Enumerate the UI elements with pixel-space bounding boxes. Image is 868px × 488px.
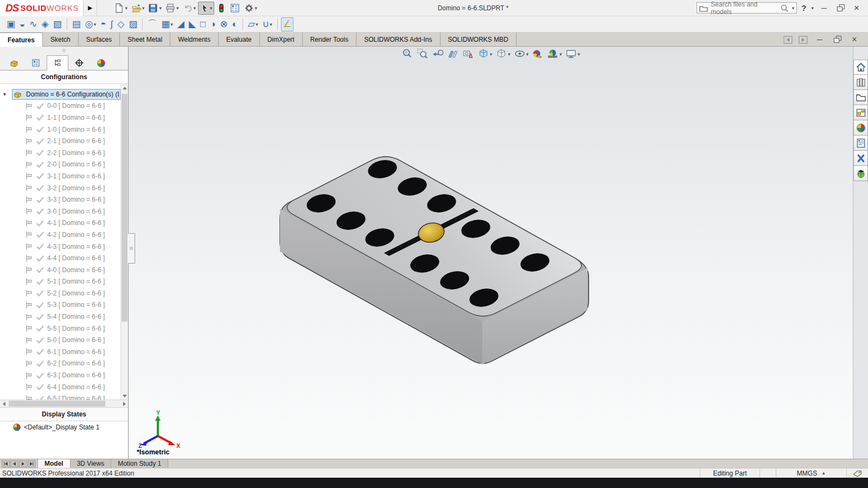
configuration-item[interactable]: 4-0 [ Domino = 6-6 ]: [0, 264, 120, 276]
tab-model[interactable]: Model: [37, 459, 71, 468]
configuration-item[interactable]: 6-5 [ Domino = 6-6 ]: [0, 393, 120, 400]
domino-model[interactable]: [129, 47, 853, 459]
save-button[interactable]: ▾: [146, 1, 163, 15]
expand-arrow-icon[interactable]: ▾: [3, 91, 12, 97]
scroll-up-arrow[interactable]: [121, 84, 129, 92]
scroll-left-arrow[interactable]: [0, 400, 8, 408]
curves-button[interactable]: ∪ ▾: [261, 17, 274, 31]
search-input[interactable]: Search files and models ▾: [697, 2, 797, 14]
revolved-cut-button[interactable]: ◓: [99, 17, 107, 31]
scroll-down-arrow[interactable]: [121, 392, 129, 400]
graphics-viewport[interactable]: ▾ ▾ ▾ ▾ ▾: [129, 47, 853, 459]
tab-solidworks-mbd[interactable]: SOLIDWORKS MBD: [441, 33, 516, 46]
tree-vertical-scrollbar[interactable]: [120, 84, 128, 400]
scrollbar-thumb[interactable]: [122, 94, 127, 322]
new-document-button[interactable]: ▾: [112, 1, 129, 15]
open-button[interactable]: ▾: [130, 1, 146, 15]
panel-splitter[interactable]: [0, 47, 128, 54]
wrap-button[interactable]: ◑: [208, 17, 217, 31]
configuration-item[interactable]: 5-5 [ Domino = 6-6 ]: [0, 323, 120, 335]
tab-sheet-metal[interactable]: Sheet Metal: [120, 33, 170, 46]
lofted-cut-button[interactable]: ◇: [116, 17, 126, 31]
settings-gear-button[interactable]: ▾: [242, 1, 259, 15]
revolved-boss-base-button[interactable]: ◒: [18, 17, 27, 31]
extruded-boss-base-button[interactable]: ▣: [5, 17, 17, 31]
solidworks-resources-tab[interactable]: [853, 166, 868, 181]
configuration-item[interactable]: 3-1 [ Domino = 6-6 ]: [0, 170, 120, 182]
configuration-item[interactable]: 4-1 [ Domino = 6-6 ]: [0, 217, 120, 229]
configuration-item[interactable]: 2-2 [ Domino = 6-6 ]: [0, 147, 120, 159]
configuration-item[interactable]: 6-1 [ Domino = 6-6 ]: [0, 346, 120, 358]
next-tab-button[interactable]: [19, 460, 27, 467]
tab-dimxpert[interactable]: DimXpert: [260, 33, 303, 46]
tab-features[interactable]: Features: [0, 33, 43, 47]
scrollbar-thumb[interactable]: [9, 401, 105, 407]
configuration-item[interactable]: 2-1 [ Domino = 6-6 ]: [0, 135, 120, 147]
configuration-item[interactable]: 1-0 [ Domino = 6-6 ]: [0, 124, 120, 136]
configuration-item[interactable]: 1-1 [ Domino = 6-6 ]: [0, 112, 120, 124]
tab-weldments[interactable]: Weldments: [170, 33, 219, 46]
configuration-item[interactable]: 5-0 [ Domino = 6-6 ]: [0, 334, 120, 346]
swept-boss-base-button[interactable]: ∿: [28, 17, 39, 31]
boundary-cut-button[interactable]: ▨: [127, 17, 139, 31]
hole-wizard-button[interactable]: ◎ ▾: [84, 17, 98, 31]
lofted-boss-base-button[interactable]: ◈: [40, 17, 50, 31]
design-library-tab[interactable]: [853, 75, 868, 90]
doc-restore-button[interactable]: [831, 35, 843, 44]
linear-pattern-button[interactable]: ▦ ▾: [159, 17, 175, 31]
first-tab-button[interactable]: [2, 460, 10, 467]
close-button[interactable]: ×: [851, 3, 863, 14]
configuration-item[interactable]: 3-0 [ Domino = 6-6 ]: [0, 206, 120, 217]
appearances-scenes-tab[interactable]: [853, 120, 868, 136]
configuration-item[interactable]: 4-3 [ Domino = 6-6 ]: [0, 241, 120, 253]
tab-surfaces[interactable]: Surfaces: [79, 33, 120, 46]
options-list-button[interactable]: [228, 1, 241, 15]
units-dropdown-icon[interactable]: ▲: [821, 471, 826, 476]
draft-button[interactable]: ◣: [187, 17, 197, 31]
view-palette-tab[interactable]: [853, 105, 868, 120]
configuration-item[interactable]: 3-2 [ Domino = 6-6 ]: [0, 182, 120, 194]
boundary-boss-base-button[interactable]: ▧: [52, 17, 63, 31]
rib-button[interactable]: ◢: [176, 17, 186, 31]
fillet-button[interactable]: ⌒: [146, 17, 158, 31]
tag-button[interactable]: [846, 468, 868, 478]
select-button[interactable]: ▾: [198, 2, 214, 15]
tab-solidworks-add-ins[interactable]: SOLIDWORKS Add-Ins: [356, 33, 440, 46]
tree-horizontal-scrollbar[interactable]: [0, 400, 128, 408]
doc-minimize-button[interactable]: ─: [814, 35, 826, 44]
configuration-item[interactable]: 0-0 [ Domino = 6-6 ]: [0, 100, 120, 112]
tab-3d-views[interactable]: 3D Views: [71, 459, 111, 468]
help-button[interactable]: ?: [801, 3, 806, 12]
propertymanager-tab[interactable]: [25, 56, 47, 70]
dimxpertmanager-tab[interactable]: [68, 56, 90, 70]
configuration-item[interactable]: 5-1 [ Domino = 6-6 ]: [0, 276, 120, 288]
intersect-button[interactable]: ⊗: [219, 17, 229, 31]
doc-close-button[interactable]: ×: [848, 35, 860, 44]
tab-sketch[interactable]: Sketch: [43, 33, 79, 46]
configuration-item[interactable]: 6-2 [ Domino = 6-6 ]: [0, 358, 120, 370]
menu-flyout-button[interactable]: ▶: [84, 0, 97, 16]
file-explorer-tab[interactable]: [853, 90, 868, 105]
configuration-root-row[interactable]: ▾ Domino = 6-6 Configuration(s) (D: [0, 88, 120, 100]
configuration-item[interactable]: 2-0 [ Domino = 6-6 ]: [0, 159, 120, 171]
mirror-button[interactable]: ◐: [231, 17, 239, 31]
configuration-item[interactable]: 5-4 [ Domino = 6-6 ]: [0, 311, 120, 323]
last-tab-button[interactable]: [28, 460, 36, 467]
configuration-item[interactable]: 3-3 [ Domino = 6-6 ]: [0, 194, 120, 206]
performance-indicator-icon[interactable]: [215, 1, 227, 15]
configuration-item[interactable]: 5-2 [ Domino = 6-6 ]: [0, 287, 120, 299]
configuration-item[interactable]: 6-4 [ Domino = 6-6 ]: [0, 381, 120, 393]
prev-tab-button[interactable]: [10, 460, 18, 467]
tab-render-tools[interactable]: Render Tools: [303, 33, 357, 46]
minimize-button[interactable]: ─: [818, 4, 830, 12]
featuremanager-design-tree-tab[interactable]: [3, 56, 25, 70]
solidworks-forum-tab[interactable]: [853, 151, 868, 166]
search-icon[interactable]: [780, 4, 789, 12]
configuration-item[interactable]: 6-3 [ Domino = 6-6 ]: [0, 369, 120, 381]
panel-collapse-handle[interactable]: [128, 233, 135, 264]
tab-motion-study-1[interactable]: Motion Study 1: [111, 459, 168, 468]
next-window-icon[interactable]: [799, 36, 808, 44]
configuration-item[interactable]: 4-4 [ Domino = 6-6 ]: [0, 252, 120, 264]
scroll-right-arrow[interactable]: [120, 400, 128, 408]
swept-cut-button[interactable]: ∫: [108, 17, 114, 31]
